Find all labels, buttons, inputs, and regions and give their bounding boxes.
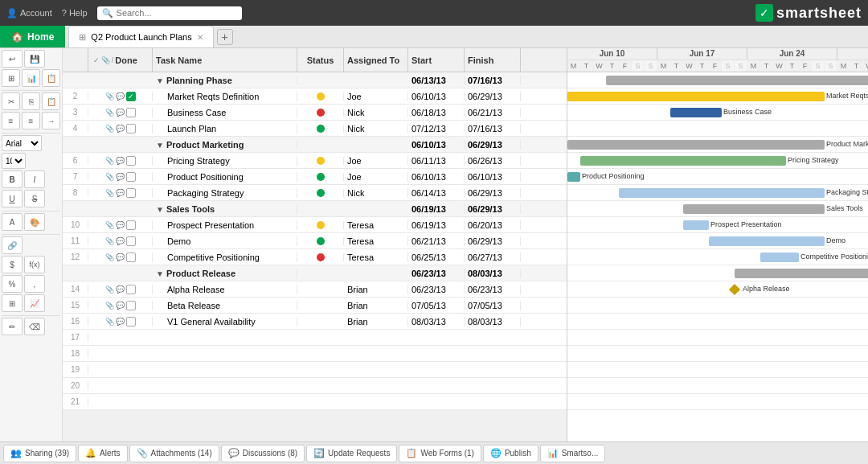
done-checkbox[interactable]	[126, 156, 136, 166]
undo-button[interactable]: ↩	[2, 50, 23, 68]
row-comment-icon[interactable]: 💬	[116, 173, 125, 181]
row-comment-icon[interactable]: 💬	[116, 221, 125, 229]
view-gantt-button[interactable]: 📊	[22, 69, 40, 87]
table-button[interactable]: ⊞	[2, 294, 23, 312]
formula-button[interactable]: f(x)	[24, 256, 45, 273]
row-task-name[interactable]: Demo	[153, 236, 297, 246]
table-row[interactable]: 14 📎 💬 Alpha Release Brian 06/23/13 06/2…	[63, 281, 567, 298]
done-checkbox[interactable]	[126, 236, 136, 246]
table-row[interactable]: 8 📎 💬 Packaging Strategy Nick 06/14/13 0…	[63, 185, 567, 201]
table-row[interactable]: 3 📎 💬 Business Case Nick 06/18/13 06/21/…	[63, 105, 567, 121]
row-comment-icon[interactable]: 💬	[116, 253, 125, 261]
table-row[interactable]: 2 📎 💬✓ Market Reqts Definition Joe 06/10…	[63, 88, 567, 105]
row-task-name[interactable]: V1 General Availability	[153, 317, 297, 326]
row-task-name[interactable]: Business Case	[153, 108, 297, 117]
view-card-button[interactable]: 📋	[42, 69, 60, 87]
italic-button[interactable]: I	[24, 170, 45, 188]
table-row[interactable]: 18	[63, 346, 567, 362]
search-input[interactable]	[117, 8, 229, 18]
row-comment-icon[interactable]: 💬	[116, 189, 125, 197]
row-comment-icon[interactable]: 💬	[116, 237, 125, 245]
bottom-tab[interactable]: 🌐Publish	[483, 445, 538, 462]
bottom-tab[interactable]: 👥Sharing (39)	[3, 445, 76, 462]
font-color-button[interactable]: A	[2, 213, 23, 231]
collapse-arrow[interactable]: ▼	[156, 269, 164, 278]
font-size-selector[interactable]: 10	[2, 153, 26, 169]
cut-button[interactable]: ✂	[2, 92, 20, 110]
row-attach-icon[interactable]: 📎	[105, 318, 114, 326]
tab-sheet[interactable]: ⊞ Q2 Product Launch Plans ✕	[68, 26, 213, 47]
done-checkbox[interactable]	[126, 108, 136, 117]
table-row[interactable]: 21	[63, 394, 567, 410]
table-row[interactable]: ▼Product Release 06/23/13 08/03/13	[63, 265, 567, 281]
row-task-name[interactable]: Packaging Strategy	[153, 188, 297, 198]
done-checkbox[interactable]	[126, 124, 136, 133]
align-left-button[interactable]: ≡	[2, 112, 20, 129]
bottom-tab[interactable]: 📋Web Forms (1)	[399, 445, 481, 462]
row-comment-icon[interactable]: 💬	[116, 302, 125, 310]
row-attach-icon[interactable]: 📎	[105, 285, 114, 294]
row-attach-icon[interactable]: 📎	[105, 189, 114, 197]
currency-button[interactable]: $	[2, 256, 23, 273]
table-row[interactable]: 12 📎 💬 Competitive Positioning Teresa 06…	[63, 249, 567, 265]
row-attach-icon[interactable]: 📎	[105, 253, 114, 261]
done-checkbox[interactable]	[126, 301, 136, 310]
done-checkbox[interactable]	[126, 188, 136, 198]
table-row[interactable]: 15 📎 💬 Beta Release Brian 07/05/13 07/05…	[63, 298, 567, 314]
paste-button[interactable]: 📋	[42, 92, 60, 110]
done-checkbox[interactable]	[126, 220, 136, 230]
font-selector[interactable]: Arial	[2, 135, 42, 151]
row-attach-icon[interactable]: 📎	[105, 109, 114, 117]
table-row[interactable]: ▼Product Marketing 06/10/13 06/29/13	[63, 137, 567, 153]
erase-button[interactable]: ⌫	[24, 318, 45, 335]
table-row[interactable]: 19	[63, 362, 567, 378]
table-row[interactable]: 6 📎 💬 Pricing Strategy Joe 06/11/13 06/2…	[63, 153, 567, 169]
row-attach-icon[interactable]: 📎	[105, 173, 114, 181]
done-checkbox[interactable]	[126, 172, 136, 182]
align-center-button[interactable]: ≡	[22, 112, 40, 129]
row-task-name[interactable]: Pricing Strategy	[153, 156, 297, 166]
bottom-tab[interactable]: 📎Attachments (14)	[129, 445, 219, 462]
indent-button[interactable]: →	[42, 112, 60, 129]
row-attach-icon[interactable]: 📎	[105, 125, 114, 133]
bottom-tab[interactable]: 📊Smartso...	[540, 445, 606, 462]
collapse-arrow[interactable]: ▼	[156, 76, 164, 85]
done-checkbox[interactable]: ✓	[126, 92, 136, 101]
table-row[interactable]: ▼Sales Tools 06/19/13 06/29/13	[63, 201, 567, 217]
row-task-name[interactable]: Prospect Presentation	[153, 220, 297, 230]
comma-button[interactable]: ,	[24, 275, 45, 293]
bottom-tab[interactable]: 🔄Update Requests	[306, 445, 397, 462]
add-tab-button[interactable]: +	[217, 29, 233, 45]
row-attach-icon[interactable]: 📎	[105, 92, 114, 101]
done-checkbox[interactable]	[126, 317, 136, 326]
table-row[interactable]: 16 📎 💬 V1 General Availability Brian 08/…	[63, 314, 567, 330]
row-comment-icon[interactable]: 💬	[116, 92, 125, 101]
table-row[interactable]: ▼Planning Phase 06/13/13 07/16/13	[63, 72, 567, 88]
tab-home[interactable]: 🏠 Home	[0, 26, 65, 47]
save-button[interactable]: 💾	[24, 50, 45, 68]
underline-button[interactable]: U	[2, 190, 23, 207]
strikethrough-button[interactable]: S	[24, 190, 45, 207]
row-task-name[interactable]: Launch Plan	[153, 124, 297, 133]
search-box[interactable]: 🔍	[97, 6, 242, 20]
copy-button[interactable]: ⎘	[22, 92, 40, 110]
row-task-name[interactable]: ▼Planning Phase	[153, 76, 297, 85]
account-menu[interactable]: 👤 Account	[6, 8, 52, 18]
collapse-arrow[interactable]: ▼	[156, 205, 164, 214]
done-checkbox[interactable]	[126, 285, 136, 294]
percent-button[interactable]: %	[2, 275, 23, 293]
row-comment-icon[interactable]: 💬	[116, 318, 125, 326]
link-button[interactable]: 🔗	[2, 236, 23, 254]
row-task-name[interactable]: ▼Product Release	[153, 269, 297, 278]
row-task-name[interactable]: Alpha Release	[153, 285, 297, 294]
draw-button[interactable]: ✏	[2, 318, 23, 335]
row-comment-icon[interactable]: 💬	[116, 109, 125, 117]
row-task-name[interactable]: Competitive Positioning	[153, 253, 297, 262]
row-comment-icon[interactable]: 💬	[116, 157, 125, 165]
collapse-arrow[interactable]: ▼	[156, 141, 164, 150]
view-grid-button[interactable]: ⊞	[2, 69, 20, 87]
row-comment-icon[interactable]: 💬	[116, 285, 125, 294]
done-checkbox[interactable]	[126, 253, 136, 262]
table-row[interactable]: 7 📎 💬 Product Positioning Joe 06/10/13 0…	[63, 169, 567, 185]
tab-close-button[interactable]: ✕	[197, 33, 203, 42]
